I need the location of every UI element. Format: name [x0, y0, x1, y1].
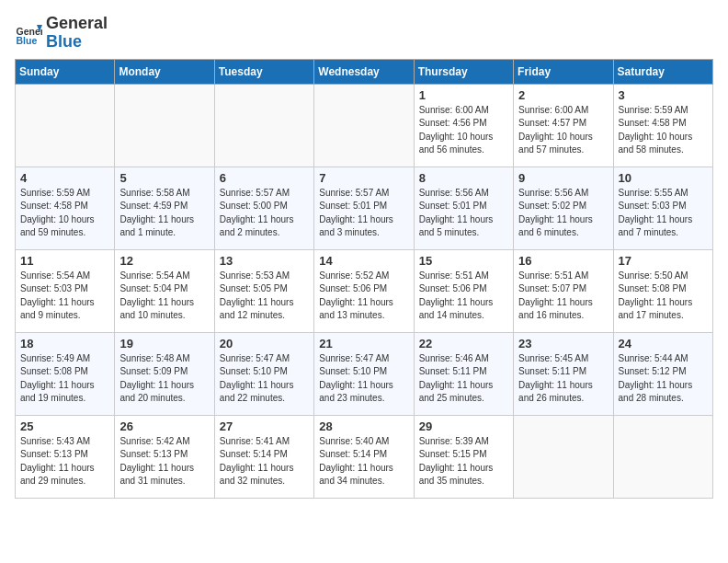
calendar-cell: 7Sunrise: 5:57 AM Sunset: 5:01 PM Daylig…	[314, 167, 414, 249]
col-header-thursday: Thursday	[414, 59, 513, 84]
day-info: Sunrise: 5:41 AM Sunset: 5:14 PM Dayligh…	[220, 435, 309, 488]
day-info: Sunrise: 5:43 AM Sunset: 5:13 PM Dayligh…	[20, 435, 109, 488]
day-info: Sunrise: 5:39 AM Sunset: 5:15 PM Dayligh…	[419, 435, 508, 488]
calendar-cell	[16, 84, 115, 167]
calendar-cell: 26Sunrise: 5:42 AM Sunset: 5:13 PM Dayli…	[115, 415, 214, 498]
day-number: 6	[220, 171, 309, 185]
day-number: 20	[220, 337, 309, 350]
day-info: Sunrise: 5:48 AM Sunset: 5:09 PM Dayligh…	[119, 352, 209, 406]
calendar-table: SundayMondayTuesdayWednesdayThursdayFrid…	[15, 59, 713, 499]
calendar-cell	[214, 84, 313, 167]
header: General Blue General Blue	[15, 15, 713, 52]
calendar-cell: 9Sunrise: 5:56 AM Sunset: 5:02 PM Daylig…	[514, 167, 613, 249]
calendar-cell: 15Sunrise: 5:51 AM Sunset: 5:06 PM Dayli…	[414, 249, 513, 332]
calendar-cell: 10Sunrise: 5:55 AM Sunset: 5:03 PM Dayli…	[613, 167, 712, 249]
day-number: 8	[419, 171, 508, 185]
day-number: 5	[119, 171, 209, 185]
day-number: 21	[319, 337, 408, 350]
calendar-week-row: 11Sunrise: 5:54 AM Sunset: 5:03 PM Dayli…	[16, 249, 713, 332]
col-header-saturday: Saturday	[613, 59, 712, 84]
calendar-cell: 28Sunrise: 5:40 AM Sunset: 5:14 PM Dayli…	[314, 415, 414, 498]
calendar-body: 1Sunrise: 6:00 AM Sunset: 4:56 PM Daylig…	[16, 84, 713, 498]
day-number: 16	[518, 254, 608, 268]
calendar-cell: 27Sunrise: 5:41 AM Sunset: 5:14 PM Dayli…	[214, 415, 313, 498]
day-number: 18	[20, 337, 109, 350]
calendar-cell: 24Sunrise: 5:44 AM Sunset: 5:12 PM Dayli…	[613, 332, 712, 415]
day-info: Sunrise: 6:00 AM Sunset: 4:56 PM Dayligh…	[419, 104, 508, 157]
col-header-tuesday: Tuesday	[214, 59, 313, 84]
day-info: Sunrise: 5:56 AM Sunset: 5:01 PM Dayligh…	[419, 187, 508, 240]
calendar-cell: 21Sunrise: 5:47 AM Sunset: 5:10 PM Dayli…	[314, 332, 414, 415]
calendar-cell: 29Sunrise: 5:39 AM Sunset: 5:15 PM Dayli…	[414, 415, 513, 498]
day-info: Sunrise: 5:56 AM Sunset: 5:02 PM Dayligh…	[518, 187, 608, 240]
day-number: 13	[220, 254, 309, 268]
day-number: 22	[419, 337, 508, 350]
calendar-cell: 8Sunrise: 5:56 AM Sunset: 5:01 PM Daylig…	[414, 167, 513, 249]
calendar-cell: 19Sunrise: 5:48 AM Sunset: 5:09 PM Dayli…	[115, 332, 214, 415]
calendar-cell: 13Sunrise: 5:53 AM Sunset: 5:05 PM Dayli…	[214, 249, 313, 332]
day-info: Sunrise: 5:57 AM Sunset: 5:00 PM Dayligh…	[220, 187, 309, 240]
day-number: 19	[119, 337, 209, 350]
day-number: 14	[319, 254, 408, 268]
calendar-cell: 12Sunrise: 5:54 AM Sunset: 5:04 PM Dayli…	[115, 249, 214, 332]
day-number: 23	[518, 337, 608, 350]
calendar-cell: 17Sunrise: 5:50 AM Sunset: 5:08 PM Dayli…	[613, 249, 712, 332]
day-info: Sunrise: 6:00 AM Sunset: 4:57 PM Dayligh…	[518, 104, 608, 157]
calendar-cell: 18Sunrise: 5:49 AM Sunset: 5:08 PM Dayli…	[16, 332, 115, 415]
calendar-week-row: 18Sunrise: 5:49 AM Sunset: 5:08 PM Dayli…	[16, 332, 713, 415]
calendar-cell	[514, 415, 613, 498]
day-number: 29	[419, 419, 508, 433]
day-number: 3	[619, 88, 708, 102]
col-header-monday: Monday	[115, 59, 214, 84]
calendar-cell: 2Sunrise: 6:00 AM Sunset: 4:57 PM Daylig…	[514, 84, 613, 167]
day-info: Sunrise: 5:50 AM Sunset: 5:08 PM Dayligh…	[619, 270, 708, 323]
day-info: Sunrise: 5:49 AM Sunset: 5:08 PM Dayligh…	[20, 352, 109, 406]
calendar-cell: 14Sunrise: 5:52 AM Sunset: 5:06 PM Dayli…	[314, 249, 414, 332]
day-number: 25	[20, 419, 109, 433]
logo: General Blue General Blue	[15, 15, 108, 52]
day-info: Sunrise: 5:54 AM Sunset: 5:03 PM Dayligh…	[20, 270, 109, 323]
day-number: 7	[319, 171, 408, 185]
logo-icon: General Blue	[15, 19, 42, 47]
day-number: 27	[220, 419, 309, 433]
day-info: Sunrise: 5:40 AM Sunset: 5:14 PM Dayligh…	[319, 435, 408, 488]
calendar-cell: 25Sunrise: 5:43 AM Sunset: 5:13 PM Dayli…	[16, 415, 115, 498]
calendar-cell	[314, 84, 414, 167]
calendar-cell	[115, 84, 214, 167]
day-number: 1	[419, 88, 508, 102]
calendar-cell: 4Sunrise: 5:59 AM Sunset: 4:58 PM Daylig…	[16, 167, 115, 249]
calendar-cell: 16Sunrise: 5:51 AM Sunset: 5:07 PM Dayli…	[514, 249, 613, 332]
calendar-cell: 11Sunrise: 5:54 AM Sunset: 5:03 PM Dayli…	[16, 249, 115, 332]
calendar-cell: 22Sunrise: 5:46 AM Sunset: 5:11 PM Dayli…	[414, 332, 513, 415]
calendar-header-row: SundayMondayTuesdayWednesdayThursdayFrid…	[16, 59, 713, 84]
day-info: Sunrise: 5:57 AM Sunset: 5:01 PM Dayligh…	[319, 187, 408, 240]
day-number: 24	[619, 337, 708, 350]
day-info: Sunrise: 5:54 AM Sunset: 5:04 PM Dayligh…	[119, 270, 209, 323]
day-number: 26	[119, 419, 209, 433]
calendar-cell: 3Sunrise: 5:59 AM Sunset: 4:58 PM Daylig…	[613, 84, 712, 167]
day-number: 17	[619, 254, 708, 268]
day-number: 9	[518, 171, 608, 185]
col-header-sunday: Sunday	[16, 59, 115, 84]
day-info: Sunrise: 5:58 AM Sunset: 4:59 PM Dayligh…	[119, 187, 209, 240]
logo-text-general: General	[46, 15, 108, 33]
day-number: 4	[20, 171, 109, 185]
calendar-week-row: 4Sunrise: 5:59 AM Sunset: 4:58 PM Daylig…	[16, 167, 713, 249]
calendar-week-row: 25Sunrise: 5:43 AM Sunset: 5:13 PM Dayli…	[16, 415, 713, 498]
col-header-friday: Friday	[514, 59, 613, 84]
calendar-cell	[613, 415, 712, 498]
day-number: 10	[619, 171, 708, 185]
day-number: 12	[119, 254, 209, 268]
day-info: Sunrise: 5:47 AM Sunset: 5:10 PM Dayligh…	[319, 352, 408, 406]
day-info: Sunrise: 5:47 AM Sunset: 5:10 PM Dayligh…	[220, 352, 309, 406]
calendar-week-row: 1Sunrise: 6:00 AM Sunset: 4:56 PM Daylig…	[16, 84, 713, 167]
day-info: Sunrise: 5:55 AM Sunset: 5:03 PM Dayligh…	[619, 187, 708, 240]
calendar-cell: 23Sunrise: 5:45 AM Sunset: 5:11 PM Dayli…	[514, 332, 613, 415]
day-info: Sunrise: 5:59 AM Sunset: 4:58 PM Dayligh…	[20, 187, 109, 240]
day-info: Sunrise: 5:59 AM Sunset: 4:58 PM Dayligh…	[619, 104, 708, 157]
day-number: 11	[20, 254, 109, 268]
day-info: Sunrise: 5:44 AM Sunset: 5:12 PM Dayligh…	[619, 352, 708, 406]
day-info: Sunrise: 5:51 AM Sunset: 5:06 PM Dayligh…	[419, 270, 508, 323]
svg-text:Blue: Blue	[17, 35, 38, 46]
day-info: Sunrise: 5:51 AM Sunset: 5:07 PM Dayligh…	[518, 270, 608, 323]
